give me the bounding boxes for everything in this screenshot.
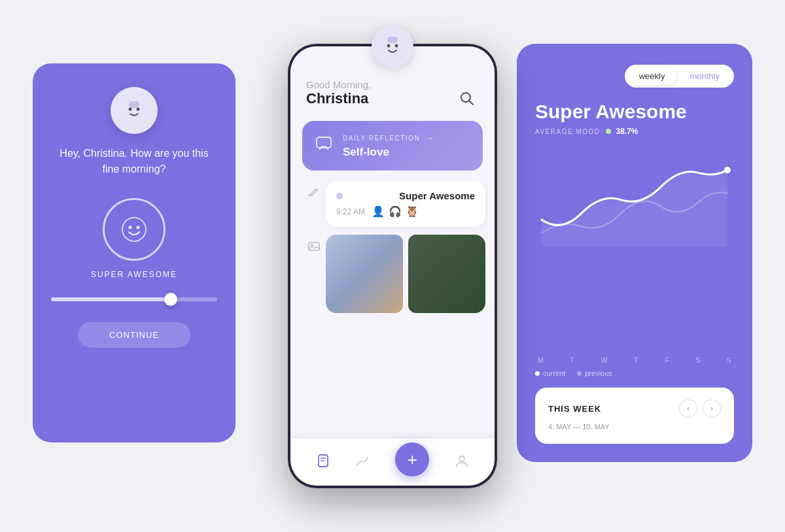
svg-point-10 bbox=[387, 44, 391, 48]
day-s2: S bbox=[727, 356, 731, 364]
prev-week-button[interactable]: ‹ bbox=[679, 399, 697, 418]
dr-arrow: → bbox=[425, 133, 434, 143]
mood-entry-title: Super Awesome bbox=[399, 190, 475, 201]
photo-left bbox=[326, 235, 403, 313]
mood-entry-meta: 9:22 AM 👤 🎧 🦉 bbox=[336, 205, 475, 218]
headphones-icon: 🎧 bbox=[389, 205, 402, 218]
phone-wrapper: Good Morning, Christina bbox=[288, 44, 497, 488]
svg-point-20 bbox=[459, 456, 464, 461]
this-week-title: THIS WEEK bbox=[548, 404, 601, 414]
toggle-row: weekly monthly bbox=[535, 65, 734, 88]
previous-dot bbox=[577, 371, 582, 376]
svg-point-11 bbox=[395, 44, 398, 48]
day-f: F bbox=[665, 356, 669, 364]
svg-point-5 bbox=[129, 226, 132, 229]
mood-entry-card: Super Awesome 9:22 AM 👤 🎧 🦉 bbox=[326, 181, 485, 227]
glasses-icon: 🦉 bbox=[406, 205, 419, 218]
mood-slider[interactable] bbox=[51, 297, 217, 301]
svg-rect-15 bbox=[309, 242, 319, 250]
next-week-button[interactable]: › bbox=[703, 399, 721, 418]
phone-frame: Good Morning, Christina bbox=[288, 44, 497, 488]
svg-point-6 bbox=[137, 226, 140, 229]
profile-nav-icon[interactable] bbox=[455, 454, 469, 471]
phone-top-avatar bbox=[372, 25, 413, 67]
svg-rect-1 bbox=[129, 101, 139, 108]
right-panel: weekly monthly Super Awesome AVERAGE MOO… bbox=[517, 44, 752, 462]
chart-area bbox=[535, 148, 734, 350]
right-title: Super Awesome bbox=[535, 101, 734, 123]
avg-mood-value: 38.7% bbox=[616, 127, 638, 136]
day-t2: T bbox=[634, 356, 638, 364]
slider-fill bbox=[51, 297, 176, 301]
person-icon: 👤 bbox=[372, 205, 385, 218]
slider-thumb[interactable] bbox=[164, 293, 177, 306]
add-button[interactable]: + bbox=[395, 442, 429, 476]
photo-right bbox=[408, 235, 485, 313]
this-week-header: THIS WEEK ‹ › bbox=[548, 399, 721, 418]
svg-point-2 bbox=[129, 108, 132, 111]
journal-nav-icon[interactable] bbox=[316, 454, 330, 471]
image-icon[interactable] bbox=[308, 241, 320, 256]
mood-entry-header: Super Awesome bbox=[336, 190, 475, 201]
day-t1: T bbox=[570, 356, 574, 364]
svg-point-3 bbox=[137, 108, 140, 111]
legend-current: current bbox=[535, 369, 565, 377]
mood-label: SUPER AWESOME bbox=[91, 270, 177, 279]
meta-icons: 👤 🎧 🦉 bbox=[372, 205, 419, 218]
toggle-group: weekly monthly bbox=[625, 65, 734, 88]
mood-entry-dot bbox=[336, 193, 343, 199]
bottom-nav: + bbox=[290, 439, 495, 486]
left-avatar bbox=[111, 87, 158, 134]
scene: Hey, Christina. How are you this fine mo… bbox=[33, 24, 752, 508]
day-w: W bbox=[601, 356, 607, 364]
current-label: current bbox=[543, 369, 565, 377]
continue-button[interactable]: CONTINUE bbox=[78, 322, 190, 348]
dr-top: DAILY REFLECTION → bbox=[343, 133, 434, 143]
phone-screen: Good Morning, Christina bbox=[290, 46, 495, 486]
avg-dot bbox=[606, 129, 611, 134]
svg-point-7 bbox=[724, 167, 731, 173]
avg-mood-row: AVERAGE MOOD 38.7% bbox=[535, 127, 734, 136]
left-greeting: Hey, Christina. How are you this fine mo… bbox=[51, 146, 217, 177]
day-labels: M T W T F S S bbox=[535, 356, 734, 364]
pencil-icon[interactable] bbox=[308, 186, 320, 201]
day-s1: S bbox=[695, 356, 700, 364]
svg-point-4 bbox=[122, 218, 146, 241]
dr-content: DAILY REFLECTION → Self-love bbox=[343, 133, 434, 159]
mood-circle bbox=[103, 198, 166, 261]
greeting-name: Christina bbox=[306, 90, 371, 107]
svg-point-16 bbox=[311, 244, 313, 246]
photo-grid bbox=[326, 235, 485, 313]
left-panel: Hey, Christina. How are you this fine mo… bbox=[33, 63, 236, 442]
phone-greeting: Good Morning, Christina bbox=[306, 79, 371, 107]
legend-previous: previous bbox=[577, 369, 612, 377]
legend-row: current previous bbox=[535, 369, 734, 377]
search-button[interactable] bbox=[455, 87, 479, 110]
week-nav: ‹ › bbox=[679, 399, 721, 418]
mood-entry-time: 9:22 AM bbox=[336, 207, 365, 216]
avg-mood-label: AVERAGE MOOD bbox=[535, 128, 601, 135]
chat-icon bbox=[315, 135, 332, 156]
dr-title: Self-love bbox=[343, 146, 434, 159]
monthly-toggle[interactable]: monthly bbox=[678, 67, 731, 85]
current-dot bbox=[535, 371, 540, 376]
weekly-toggle[interactable]: weekly bbox=[627, 67, 677, 85]
day-m: M bbox=[538, 356, 544, 364]
daily-reflection-card[interactable]: DAILY REFLECTION → Self-love bbox=[302, 121, 483, 171]
svg-rect-9 bbox=[387, 37, 398, 43]
dr-label: DAILY REFLECTION bbox=[343, 135, 420, 142]
week-range: 4. MAY — 10. MAY bbox=[548, 423, 610, 431]
this-week-card: THIS WEEK ‹ › 4. MAY — 10. MAY bbox=[535, 388, 734, 444]
previous-label: previous bbox=[585, 369, 612, 377]
greeting-line1: Good Morning, bbox=[306, 79, 371, 90]
stats-nav-icon[interactable] bbox=[356, 454, 370, 471]
svg-line-13 bbox=[469, 101, 473, 105]
